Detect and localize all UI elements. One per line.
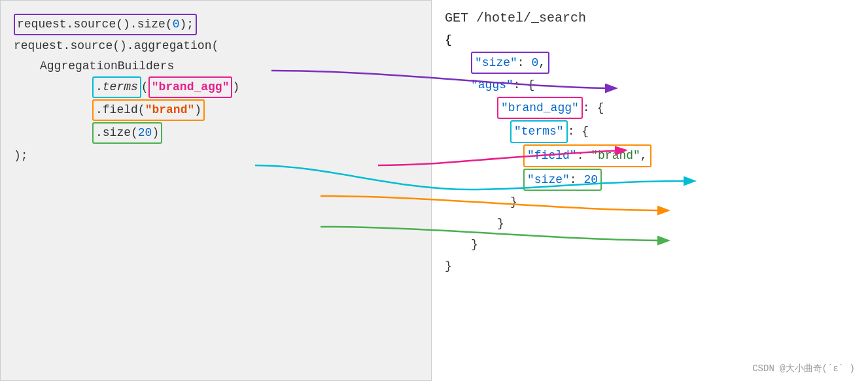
code-line-6: .size(20) — [14, 122, 418, 144]
right-terms-key: "terms" — [514, 125, 564, 138]
right-brand-agg-colon: : { — [583, 101, 604, 114]
code-line-4: .terms ("brand_agg") — [14, 76, 418, 98]
left-line7: ); — [14, 149, 28, 162]
right-terms-colon: : { — [568, 125, 589, 138]
right-size-box: "size": 0, — [471, 52, 549, 75]
right-field-line: "field": "brand", — [445, 144, 855, 167]
right-field-comma: , — [640, 149, 648, 162]
right-close1-text: } — [510, 195, 517, 208]
right-size-comma: , — [538, 56, 546, 69]
code-line-5: .field("brand") — [14, 99, 418, 121]
left-terms-box: .terms — [92, 76, 141, 98]
left-line1-num: 0 — [173, 18, 180, 31]
left-field-box: .field("brand") — [92, 99, 205, 121]
code-line-3: AggregationBuilders — [14, 57, 418, 76]
right-size2-line: "size": 20 — [445, 169, 855, 191]
right-brand-agg-box: "brand_agg" — [497, 97, 583, 120]
right-size-colon: : — [517, 56, 532, 69]
code-line-2: request.source().aggregation( — [14, 37, 418, 56]
left-line6-prefix: .size( — [95, 126, 138, 139]
main-container: request.source().size(0); request.source… — [0, 0, 868, 381]
right-brace-open-text: { — [445, 33, 452, 46]
left-line4-suffix: ) — [232, 80, 239, 93]
code-line-7: ); — [14, 146, 418, 165]
right-header-text: GET /hotel/_search — [445, 10, 586, 25]
right-size2-colon: : — [570, 173, 584, 186]
watermark-text: CSDN @大小曲奇(´ε` ) — [752, 363, 855, 374]
left-line5-prefix: .field( — [95, 103, 145, 116]
right-field-box: "field": "brand", — [523, 144, 651, 167]
right-size-key: "size" — [475, 56, 517, 69]
right-close3-text: } — [471, 238, 478, 251]
left-line6-num: 20 — [138, 126, 152, 139]
right-terms-box: "terms" — [510, 120, 568, 143]
left-line4-arg: "brand_agg" — [152, 80, 230, 93]
left-line1-suffix: ); — [179, 18, 194, 31]
left-line5-suffix: ) — [194, 103, 201, 116]
left-line3: AggregationBuilders — [40, 59, 174, 73]
left-line1-prefix: request.source().size( — [17, 18, 173, 31]
left-line2: request.source().aggregation( — [14, 39, 218, 52]
right-aggs-line: "aggs": { — [445, 75, 855, 95]
right-size2-box: "size": 20 — [523, 169, 602, 191]
right-field-colon: : — [577, 149, 591, 162]
left-line4-method: terms — [103, 80, 138, 93]
watermark: CSDN @大小曲奇(´ε` ) — [752, 363, 855, 374]
right-brand-agg-key: "brand_agg" — [501, 101, 579, 114]
right-brand-agg-line: "brand_agg" : { — [445, 97, 855, 120]
right-close2: } — [445, 214, 855, 234]
right-close2-text: } — [497, 217, 504, 230]
right-header: GET /hotel/_search — [445, 8, 855, 29]
left-size20-box: .size(20) — [92, 122, 162, 144]
code-line-1: request.source().size(0); — [14, 14, 418, 35]
left-brand-agg-box: "brand_agg" — [148, 76, 233, 98]
left-line6-suffix: ) — [152, 126, 159, 139]
right-aggs-key: "aggs" — [471, 78, 513, 91]
right-aggs-colon: : { — [513, 78, 534, 91]
right-close1: } — [445, 192, 855, 212]
right-close4: } — [445, 256, 855, 276]
right-terms-line: "terms" : { — [445, 120, 855, 143]
right-size2-key: "size" — [527, 173, 570, 186]
right-field-key: "field" — [527, 149, 577, 162]
right-close3: } — [445, 235, 855, 255]
left-panel: request.source().size(0); request.source… — [0, 0, 432, 381]
right-close4-text: } — [445, 259, 452, 273]
right-size2-val: 20 — [583, 173, 598, 186]
right-field-val: "brand" — [591, 149, 640, 162]
left-line5-arg: "brand" — [145, 103, 195, 116]
right-size-line: "size": 0, — [445, 52, 855, 75]
right-size-val: 0 — [531, 56, 538, 69]
left-line4-prefix: . — [95, 80, 103, 93]
right-panel: GET /hotel/_search { "size": 0, "aggs": … — [432, 0, 868, 381]
left-size-box: request.source().size(0); — [14, 14, 197, 35]
right-brace-open: { — [445, 30, 855, 50]
